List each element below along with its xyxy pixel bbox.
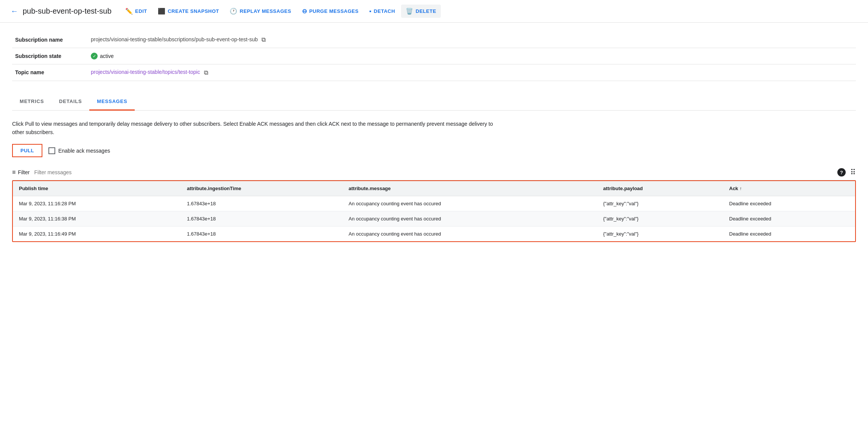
cell-ack: Deadline exceeded — [723, 196, 855, 211]
detach-label: DETACH — [374, 8, 395, 14]
replay-messages-label: REPLAY MESSAGES — [240, 8, 291, 14]
cell-ingestion-time: 1.67843e+18 — [181, 196, 342, 211]
col-payload: attribute.payload — [597, 181, 723, 196]
subscription-state-label: Subscription state — [12, 48, 88, 64]
table-header-row: Publish time attribute.ingestionTime att… — [13, 181, 855, 196]
cell-message: An occupancy counting event has occured — [342, 196, 597, 211]
snapshot-icon: ⬛ — [158, 8, 166, 15]
pull-button[interactable]: PULL — [12, 144, 42, 157]
page-header: ← pub-sub-event-op-test-sub ✏️ EDIT ⬛ CR… — [0, 0, 868, 23]
col-ingestion-time: attribute.ingestionTime — [181, 181, 342, 196]
copy-subscription-name-icon[interactable]: ⧉ — [261, 36, 266, 43]
filter-icon: ≡ — [12, 169, 16, 176]
col-ack[interactable]: Ack ↑ — [723, 181, 855, 196]
table-row: Mar 9, 2023, 11:16:49 PM 1.67843e+18 An … — [13, 226, 855, 242]
tab-details[interactable]: DETAILS — [51, 93, 89, 111]
subscription-state-value: ✓ active — [88, 48, 856, 64]
tabs-bar: METRICS DETAILS MESSAGES — [12, 93, 856, 111]
replay-icon: 🕐 — [230, 8, 238, 15]
ack-col-label: Ack — [729, 186, 738, 191]
cell-ack: Deadline exceeded — [723, 226, 855, 242]
cell-payload: {"attr_key":"val"} — [597, 196, 723, 211]
filter-label: ≡ Filter — [12, 169, 30, 176]
filter-input[interactable] — [34, 169, 837, 175]
create-snapshot-button[interactable]: ⬛ CREATE SNAPSHOT — [153, 5, 224, 18]
help-icon[interactable]: ? — [837, 168, 846, 177]
cell-publish-time: Mar 9, 2023, 11:16:38 PM — [13, 211, 181, 226]
status-active-icon: ✓ — [91, 53, 98, 59]
info-table: Subscription name projects/visionai-test… — [12, 32, 856, 81]
delete-label: DELETE — [416, 8, 436, 14]
delete-button[interactable]: 🗑️ DELETE — [401, 5, 441, 18]
page-title: pub-sub-event-op-test-sub — [23, 7, 112, 16]
columns-icon[interactable]: ⠿ — [850, 168, 856, 177]
cell-message: An occupancy counting event has occured — [342, 211, 597, 226]
tab-metrics[interactable]: METRICS — [12, 93, 51, 111]
purge-messages-label: PURGE MESSAGES — [309, 8, 359, 14]
subscription-name-value: projects/visionai-testing-stable/subscri… — [88, 32, 856, 48]
messages-tab-content: Click Pull to view messages and temporar… — [12, 120, 856, 242]
messages-table-wrapper: Publish time attribute.ingestionTime att… — [12, 180, 856, 242]
edit-label: EDIT — [135, 8, 147, 14]
table-row: Mar 9, 2023, 11:16:38 PM 1.67843e+18 An … — [13, 211, 855, 226]
main-content: Subscription name projects/visionai-test… — [0, 23, 868, 251]
ack-label-text: Enable ack messages — [58, 148, 110, 154]
filter-icons: ? ⠿ — [837, 168, 856, 177]
detach-button[interactable]: ▪ DETACH — [365, 5, 400, 18]
col-publish-time: Publish time — [13, 181, 181, 196]
messages-description: Click Pull to view messages and temporar… — [12, 120, 504, 137]
edit-button[interactable]: ✏️ EDIT — [121, 5, 152, 18]
purge-icon: ⊖ — [302, 8, 307, 15]
topic-name-row: Topic name projects/visionai-testing-sta… — [12, 64, 856, 81]
edit-icon: ✏️ — [125, 8, 133, 15]
ack-sort-arrow-icon: ↑ — [739, 186, 742, 191]
pull-section: PULL Enable ack messages — [12, 144, 856, 157]
topic-link[interactable]: projects/visionai-testing-stable/topics/… — [91, 69, 200, 75]
cell-publish-time: Mar 9, 2023, 11:16:28 PM — [13, 196, 181, 211]
topic-name-label: Topic name — [12, 64, 88, 81]
messages-table: Publish time attribute.ingestionTime att… — [13, 181, 855, 241]
tab-messages[interactable]: MESSAGES — [89, 93, 135, 111]
cell-payload: {"attr_key":"val"} — [597, 211, 723, 226]
filter-bar: ≡ Filter ? ⠿ — [12, 165, 856, 180]
ack-checkbox[interactable] — [48, 147, 55, 154]
create-snapshot-label: CREATE SNAPSHOT — [168, 8, 219, 14]
replay-messages-button[interactable]: 🕐 REPLAY MESSAGES — [225, 5, 296, 18]
subscription-name-row: Subscription name projects/visionai-test… — [12, 32, 856, 48]
cell-message: An occupancy counting event has occured — [342, 226, 597, 242]
ack-checkbox-label[interactable]: Enable ack messages — [48, 147, 110, 154]
cell-ack: Deadline exceeded — [723, 211, 855, 226]
subscription-name-label: Subscription name — [12, 32, 88, 48]
cell-publish-time: Mar 9, 2023, 11:16:49 PM — [13, 226, 181, 242]
table-row: Mar 9, 2023, 11:16:28 PM 1.67843e+18 An … — [13, 196, 855, 211]
copy-topic-name-icon[interactable]: ⧉ — [204, 69, 208, 76]
purge-messages-button[interactable]: ⊖ PURGE MESSAGES — [297, 5, 363, 18]
cell-payload: {"attr_key":"val"} — [597, 226, 723, 242]
cell-ingestion-time: 1.67843e+18 — [181, 226, 342, 242]
subscription-state-row: Subscription state ✓ active — [12, 48, 856, 64]
col-message: attribute.message — [342, 181, 597, 196]
detach-icon: ▪ — [369, 8, 372, 15]
delete-icon: 🗑️ — [406, 8, 414, 15]
back-button[interactable]: ← — [9, 5, 20, 17]
header-actions: ✏️ EDIT ⬛ CREATE SNAPSHOT 🕐 REPLAY MESSA… — [121, 5, 441, 18]
cell-ingestion-time: 1.67843e+18 — [181, 211, 342, 226]
topic-name-value: projects/visionai-testing-stable/topics/… — [88, 64, 856, 81]
